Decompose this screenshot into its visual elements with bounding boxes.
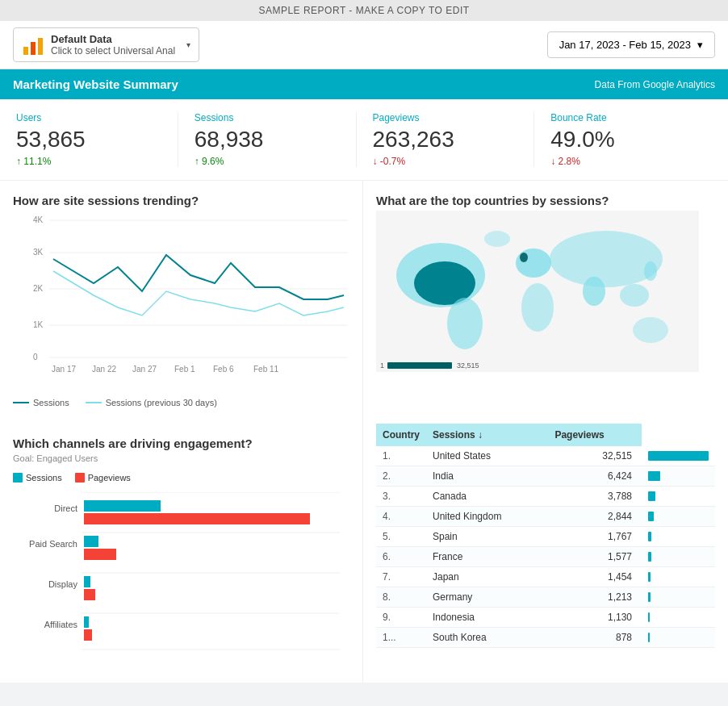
sessions-chart-legend: Sessions Sessions (previous 30 days) bbox=[13, 395, 349, 411]
top-countries-panel: What are the top countries by sessions? bbox=[363, 181, 728, 424]
cell-sessions: 1,454 bbox=[548, 567, 642, 587]
cell-rank: 5. bbox=[376, 527, 426, 547]
channels-title: Which channels are driving engagement? bbox=[13, 437, 349, 450]
cell-sessions: 32,515 bbox=[548, 446, 642, 466]
date-range-button[interactable]: Jan 17, 2023 - Feb 15, 2023 ▾ bbox=[547, 31, 715, 58]
svg-point-28 bbox=[633, 317, 668, 343]
sessions-bar bbox=[648, 552, 651, 562]
channels-panel: Which channels are driving engagement? G… bbox=[0, 424, 363, 683]
table-row: 8. Germany 1,213 bbox=[376, 587, 715, 608]
svg-text:Jan 27: Jan 27 bbox=[132, 365, 157, 374]
legend-sessions: Sessions bbox=[13, 398, 69, 407]
cell-bar bbox=[642, 446, 715, 466]
banner-text: SAMPLE REPORT - MAKE A COPY TO EDIT bbox=[258, 5, 469, 16]
datasource-title: Default Data bbox=[51, 33, 175, 45]
sessions-bar bbox=[648, 491, 655, 501]
sessions-bar bbox=[648, 471, 660, 481]
cell-country: India bbox=[426, 466, 548, 487]
cell-sessions: 878 bbox=[548, 628, 642, 648]
svg-text:Direct: Direct bbox=[54, 503, 77, 513]
sessions-bar bbox=[648, 592, 651, 602]
metric-bounce-value: 49.0% bbox=[550, 127, 696, 152]
sessions-svg: 4K 3K 2K 1K 0 Jan 17 Jan 22 Jan 27 bbox=[13, 211, 352, 380]
metric-bounce-label: Bounce Rate bbox=[550, 112, 696, 123]
channels-svg: Direct Paid Search Display Affiliates bbox=[13, 492, 344, 654]
legend-pageviews-bar: Pageviews bbox=[75, 473, 131, 483]
table-row: 3. Canada 3,788 bbox=[376, 487, 715, 507]
svg-rect-41 bbox=[84, 500, 161, 512]
svg-text:Feb 11: Feb 11 bbox=[253, 365, 279, 374]
svg-rect-0 bbox=[23, 47, 28, 55]
datasource-button[interactable]: Default Data Click to select Universal A… bbox=[13, 27, 199, 62]
col-pageviews: Pageviews bbox=[548, 424, 642, 446]
cell-bar bbox=[642, 466, 715, 487]
cell-country: Japan bbox=[426, 567, 548, 587]
svg-point-24 bbox=[521, 283, 554, 332]
sessions-bar bbox=[648, 572, 651, 582]
svg-text:Feb 6: Feb 6 bbox=[213, 365, 234, 374]
cell-sessions: 3,788 bbox=[548, 487, 642, 507]
metric-sessions-label: Sessions bbox=[195, 112, 340, 123]
col-sessions[interactable]: Sessions ↓ bbox=[426, 424, 548, 446]
svg-point-29 bbox=[644, 261, 657, 281]
svg-point-30 bbox=[484, 231, 510, 247]
metric-pageviews-label: Pageviews bbox=[373, 112, 518, 123]
metric-sessions-value: 68,938 bbox=[195, 127, 340, 152]
table-row: 9. Indonesia 1,130 bbox=[376, 608, 715, 628]
col-country: Country bbox=[376, 424, 426, 446]
svg-rect-1 bbox=[31, 42, 36, 55]
metric-bounce-change: ↓ 2.8% bbox=[550, 156, 696, 167]
bottom-row: Which channels are driving engagement? G… bbox=[0, 424, 728, 683]
metric-sessions-change: ↑ 9.6% bbox=[195, 156, 340, 167]
main-content: How are site sessions trending? 4K 3K 2K… bbox=[0, 181, 728, 424]
cell-country: Germany bbox=[426, 587, 548, 608]
legend-sessions-prev: Sessions (previous 30 days) bbox=[86, 398, 217, 407]
svg-point-27 bbox=[620, 284, 649, 307]
svg-rect-51 bbox=[84, 629, 92, 641]
cell-rank: 4. bbox=[376, 507, 426, 527]
legend-sessions-prev-label: Sessions (previous 30 days) bbox=[106, 398, 217, 407]
svg-text:3K: 3K bbox=[33, 248, 44, 257]
datasource-subtitle: Click to select Universal Anal bbox=[51, 45, 175, 56]
cell-country: United Kingdom bbox=[426, 507, 548, 527]
channels-legend: Sessions Pageviews bbox=[13, 473, 349, 483]
cell-sessions: 1,767 bbox=[548, 527, 642, 547]
channels-bar-chart: Direct Paid Search Display Affiliates bbox=[13, 492, 349, 670]
cell-bar bbox=[642, 567, 715, 587]
table-row: 4. United Kingdom 2,844 bbox=[376, 507, 715, 527]
table-row: 2. India 6,424 bbox=[376, 466, 715, 487]
svg-rect-47 bbox=[84, 576, 90, 587]
svg-rect-42 bbox=[84, 513, 310, 524]
metric-pageviews-change: ↓ -0.7% bbox=[373, 156, 518, 167]
svg-text:Feb 1: Feb 1 bbox=[174, 365, 195, 374]
sessions-trend-panel: How are site sessions trending? 4K 3K 2K… bbox=[0, 181, 363, 424]
cell-bar bbox=[642, 587, 715, 608]
svg-rect-33 bbox=[387, 362, 452, 369]
legend-sessions-bar-label: Sessions bbox=[26, 473, 62, 483]
top-countries-title: What are the top countries by sessions? bbox=[376, 194, 715, 207]
sessions-trend-title: How are site sessions trending? bbox=[13, 194, 349, 207]
svg-text:1K: 1K bbox=[33, 320, 44, 329]
legend-sessions-prev-line bbox=[86, 402, 102, 403]
sessions-bar bbox=[648, 451, 709, 461]
cell-country: Canada bbox=[426, 487, 548, 507]
svg-rect-50 bbox=[84, 616, 89, 628]
svg-rect-2 bbox=[38, 38, 43, 55]
svg-text:Affiliates: Affiliates bbox=[44, 620, 78, 629]
metric-bounce-rate: Bounce Rate 49.0% ↓ 2.8% bbox=[534, 112, 712, 167]
sessions-trend-chart: 4K 3K 2K 1K 0 Jan 17 Jan 22 Jan 27 bbox=[13, 211, 349, 388]
cell-bar bbox=[642, 487, 715, 507]
svg-text:1: 1 bbox=[380, 361, 384, 370]
header-bar: Marketing Website Summary Data From Goog… bbox=[0, 69, 728, 99]
table-header-row: Country Sessions ↓ Pageviews bbox=[376, 424, 715, 446]
svg-text:Jan 17: Jan 17 bbox=[52, 365, 76, 374]
svg-point-22 bbox=[447, 298, 483, 349]
svg-rect-48 bbox=[84, 589, 95, 600]
datasource-text: Default Data Click to select Universal A… bbox=[51, 33, 175, 56]
data-source-label: Data From Google Analytics bbox=[595, 79, 715, 90]
top-banner: SAMPLE REPORT - MAKE A COPY TO EDIT bbox=[0, 0, 728, 21]
svg-point-23 bbox=[516, 249, 551, 278]
svg-text:Jan 22: Jan 22 bbox=[92, 365, 116, 374]
cell-rank: 8. bbox=[376, 587, 426, 608]
table-row: 1. United States 32,515 bbox=[376, 446, 715, 466]
